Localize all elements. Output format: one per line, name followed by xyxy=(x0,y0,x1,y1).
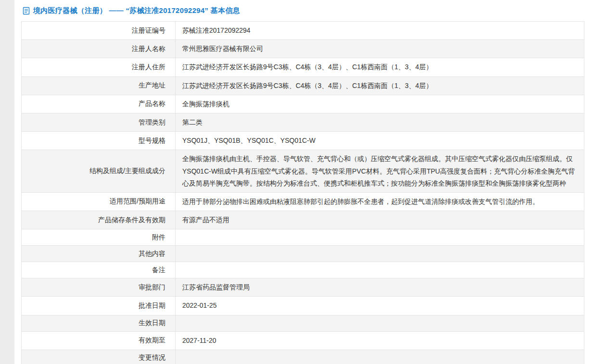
row-value: YSQ01J、YSQ01B、YSQ01C、YSQ01C-W xyxy=(176,132,584,150)
row-value: 苏械注准20172092294 xyxy=(176,22,584,40)
page-title: 境内医疗器械（注册） —— “苏械注准20172092294” 基本信息 xyxy=(33,6,240,15)
table-row: 管理类别第二类 xyxy=(22,113,584,131)
page: 境内医疗器械（注册） —— “苏械注准20172092294” 基本信息 注册证… xyxy=(0,0,594,364)
row-value: 江苏省药品监督管理局 xyxy=(176,278,584,297)
row-value: 第二类 xyxy=(176,113,584,131)
row-value: 适用于肺部分泌物排出困难或由粘液阻塞肺部引起的肺膨胀不全患者，起到促进气道清除排… xyxy=(176,192,584,211)
row-label: 审批部门 xyxy=(22,278,176,297)
row-label: 生产地址 xyxy=(22,76,176,95)
table-row: 结构及组成/主要组成成分全胸振荡排痰机由主机、手控器、导气软管、充气背心和（或）… xyxy=(22,150,584,193)
row-label: 备注 xyxy=(22,262,176,278)
row-value: 全胸振荡排痰机由主机、手控器、导气软管、充气背心和（或）压缩空气式雾化器组成。其… xyxy=(176,150,584,193)
registration-info-table: 注册证编号苏械注准20172092294注册人名称常州思雅医疗器械有限公司注册人… xyxy=(21,21,584,364)
row-label: 产品储存条件及有效期 xyxy=(22,211,176,229)
row-value xyxy=(176,315,584,331)
row-value: 2022-01-25 xyxy=(176,297,584,315)
row-label: 注册证编号 xyxy=(22,22,176,40)
row-label: 管理类别 xyxy=(22,113,176,131)
row-label: 生效日期 xyxy=(22,315,176,331)
table-row: 适用范围/预期用途适用于肺部分泌物排出困难或由粘液阻塞肺部引起的肺膨胀不全患者，… xyxy=(22,192,584,211)
table-row: 产品名称全胸振荡排痰机 xyxy=(22,95,584,113)
row-value xyxy=(176,350,584,364)
page-header: 境内医疗器械（注册） —— “苏械注准20172092294” 基本信息 xyxy=(21,0,584,21)
row-value: 江苏武进经济开发区长扬路9号C3栋、C4栋（3、4层）、C1栋西南面（1、3、4… xyxy=(176,58,584,76)
row-label: 有效期至 xyxy=(22,331,176,350)
table-row: 注册证编号苏械注准20172092294 xyxy=(22,22,584,40)
row-value xyxy=(176,229,584,246)
table-row: 备注 xyxy=(22,262,584,278)
row-value xyxy=(176,262,584,278)
row-value: 2027-11-20 xyxy=(176,331,584,350)
row-value: 常州思雅医疗器械有限公司 xyxy=(176,40,584,58)
table-row: 附件 xyxy=(22,229,584,246)
table-row: 其他内容 xyxy=(22,246,584,262)
row-label: 注册人名称 xyxy=(22,40,176,58)
table-row: 生效日期 xyxy=(22,315,584,331)
row-label: 适用范围/预期用途 xyxy=(22,192,176,211)
table-row: 型号规格YSQ01J、YSQ01B、YSQ01C、YSQ01C-W xyxy=(22,132,584,150)
row-label: 注册人住所 xyxy=(22,58,176,76)
row-label: 型号规格 xyxy=(22,132,176,150)
table-row: 注册人名称常州思雅医疗器械有限公司 xyxy=(22,40,584,58)
row-value: 有源产品不适用 xyxy=(176,211,584,229)
registration-info-card: 境内医疗器械（注册） —— “苏械注准20172092294” 基本信息 注册证… xyxy=(14,0,594,364)
table-row: 产品储存条件及有效期有源产品不适用 xyxy=(22,211,584,229)
row-value: 全胸振荡排痰机 xyxy=(176,95,584,113)
table-row: 变更情况 xyxy=(22,350,584,364)
row-value xyxy=(176,246,584,262)
row-label: 批准日期 xyxy=(22,297,176,315)
table-row: 生产地址江苏武进经济开发区长扬路9号C3栋、C4栋（3、4层）、C1栋西南面（1… xyxy=(22,76,584,95)
document-icon xyxy=(23,7,30,15)
table-row: 审批部门江苏省药品监督管理局 xyxy=(22,278,584,297)
table-row: 注册人住所江苏武进经济开发区长扬路9号C3栋、C4栋（3、4层）、C1栋西南面（… xyxy=(22,58,584,76)
row-label: 其他内容 xyxy=(22,246,176,262)
row-value: 江苏武进经济开发区长扬路9号C3栋、C4栋（3、4层）、C1栋西南面（1、3、4… xyxy=(176,76,584,95)
table-row: 有效期至2027-11-20 xyxy=(22,331,584,350)
row-label: 变更情况 xyxy=(22,350,176,364)
table-row: 批准日期2022-01-25 xyxy=(22,297,584,315)
row-label: 结构及组成/主要组成成分 xyxy=(22,150,176,193)
row-label: 附件 xyxy=(22,229,176,246)
row-label: 产品名称 xyxy=(22,95,176,113)
